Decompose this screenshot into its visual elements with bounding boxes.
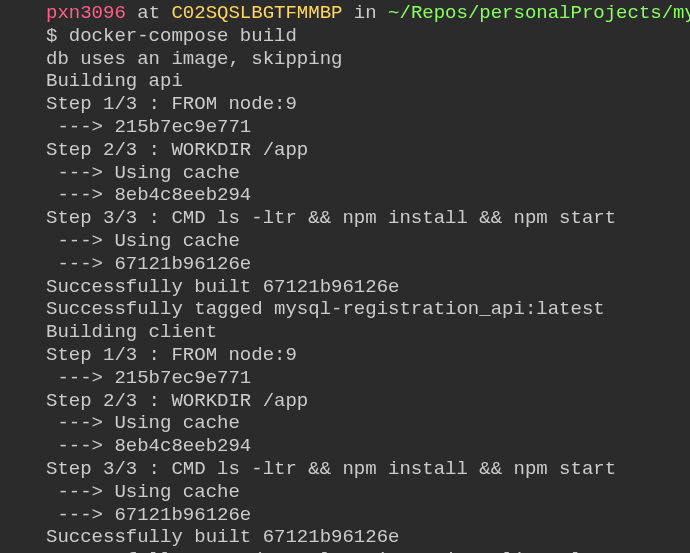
- terminal-line: ---> 67121b96126e: [46, 504, 690, 527]
- terminal-line: db uses an image, skipping: [46, 48, 690, 71]
- terminal-line: Successfully built 67121b96126e: [46, 526, 690, 549]
- terminal-line: $ docker-compose build: [46, 25, 690, 48]
- terminal-line: Building client: [46, 321, 690, 344]
- terminal-line: Successfully built 67121b96126e: [46, 276, 690, 299]
- prompt-path: ~/Repos/personalProjects/mys: [388, 2, 690, 24]
- terminal-line: ---> 215b7ec9e771: [46, 116, 690, 139]
- terminal-line: Step 1/3 : FROM node:9: [46, 93, 690, 116]
- terminal-line: ---> 8eb4c8eeb294: [46, 435, 690, 458]
- terminal-line: ---> Using cache: [46, 230, 690, 253]
- terminal-line: Successfully tagged mysql-registration_c…: [46, 549, 690, 553]
- prompt-in: in: [342, 2, 388, 24]
- terminal-line: Step 3/3 : CMD ls -ltr && npm install &&…: [46, 207, 690, 230]
- prompt-line: pxn3096 at C02SQSLBGTFMMBP in ~/Repos/pe…: [46, 0, 690, 25]
- terminal-line: Building api: [46, 70, 690, 93]
- terminal-line: ---> 215b7ec9e771: [46, 367, 690, 390]
- terminal-line: ---> Using cache: [46, 481, 690, 504]
- terminal-line: ---> 67121b96126e: [46, 253, 690, 276]
- terminal-line: ---> 8eb4c8eeb294: [46, 184, 690, 207]
- terminal-line: ---> Using cache: [46, 412, 690, 435]
- prompt-host: C02SQSLBGTFMMBP: [171, 2, 342, 24]
- terminal-line: Successfully tagged mysql-registration_a…: [46, 298, 690, 321]
- terminal-line: Step 1/3 : FROM node:9: [46, 344, 690, 367]
- prompt-at: at: [126, 2, 172, 24]
- prompt-user: pxn3096: [46, 2, 126, 24]
- terminal-line: Step 3/3 : CMD ls -ltr && npm install &&…: [46, 458, 690, 481]
- terminal-line: Step 2/3 : WORKDIR /app: [46, 390, 690, 413]
- terminal-line: ---> Using cache: [46, 162, 690, 185]
- terminal-output: pxn3096 at C02SQSLBGTFMMBP in ~/Repos/pe…: [0, 0, 690, 553]
- terminal-line: Step 2/3 : WORKDIR /app: [46, 139, 690, 162]
